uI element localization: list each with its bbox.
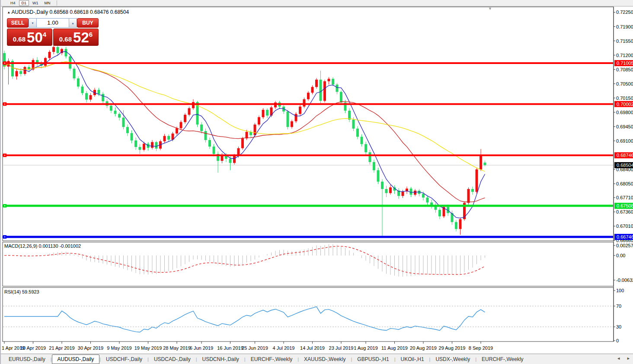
tab-usdchf-daily[interactable]: USDCHF-,Daily bbox=[101, 355, 147, 364]
svg-text:6 Jun 2019: 6 Jun 2019 bbox=[190, 345, 213, 351]
svg-text:9 May 2019: 9 May 2019 bbox=[107, 345, 131, 351]
tab-xauusd-weekly[interactable]: XAUUSD-,Weekly bbox=[299, 355, 351, 364]
sell-price-tile[interactable]: 0.68 50 4 bbox=[7, 29, 52, 46]
buy-price-prefix: 0.68 bbox=[59, 35, 72, 44]
buy-price-big: 52 bbox=[73, 31, 89, 44]
tab-scroll-left-icon[interactable]: ◄ bbox=[617, 356, 620, 361]
tab-eurchf-weekly[interactable]: EURCHF-,Weekly bbox=[246, 355, 297, 364]
svg-text:0.69800: 0.69800 bbox=[616, 110, 633, 115]
macd-signal-value: -0.001002 bbox=[60, 243, 81, 249]
trading-terminal-window: H4D1W1MN 0.722500.719000.715500.712000.7… bbox=[0, 0, 633, 364]
svg-text:0.68050: 0.68050 bbox=[616, 181, 633, 186]
chart-symbol-label: AUDUSD-,Daily bbox=[12, 9, 48, 15]
svg-text:0.71900: 0.71900 bbox=[616, 24, 633, 29]
svg-text:10 Apr 2019: 10 Apr 2019 bbox=[20, 345, 46, 351]
tab-usdx-weekly[interactable]: USDX-,Weekly bbox=[430, 355, 475, 364]
svg-text:25 Jun 2019: 25 Jun 2019 bbox=[242, 345, 268, 351]
svg-text:14 Jul 2019: 14 Jul 2019 bbox=[300, 345, 325, 351]
symbol-tab-bar: EURUSD-,Daily|AUDUSD-,Daily|USDCHF-,Dail… bbox=[1, 354, 633, 364]
one-click-trade-panel: SELL ▼ 1.00 ▲ BUY 0.68 50 4 0.68 52 6 bbox=[7, 18, 99, 46]
volume-decrease-button[interactable]: ▼ bbox=[29, 18, 37, 28]
svg-text:70: 70 bbox=[616, 303, 621, 309]
svg-text:21 Apr 2019: 21 Apr 2019 bbox=[49, 345, 74, 351]
svg-text:4 Jul 2019: 4 Jul 2019 bbox=[273, 345, 295, 351]
svg-text:11 Aug 2019: 11 Aug 2019 bbox=[381, 345, 408, 351]
macd-value: 0.001130 bbox=[38, 243, 58, 249]
tab-scroll-controls: ◄ ► bbox=[617, 356, 630, 361]
svg-text:20 Aug 2019: 20 Aug 2019 bbox=[410, 345, 437, 351]
chart-shift-marker-icon[interactable]: ▼ bbox=[488, 6, 492, 11]
svg-text:28 May 2019: 28 May 2019 bbox=[163, 345, 191, 351]
svg-text:0.67010: 0.67010 bbox=[616, 224, 633, 229]
svg-text:0.69450: 0.69450 bbox=[616, 124, 633, 129]
svg-text:0.67508: 0.67508 bbox=[617, 203, 633, 208]
sell-button[interactable]: SELL bbox=[7, 18, 29, 28]
tab-usdcnh-daily[interactable]: USDCNH-,Daily bbox=[197, 355, 244, 364]
chevron-up-icon: ▲ bbox=[71, 22, 74, 25]
svg-text:1 Aug 2019: 1 Aug 2019 bbox=[354, 345, 378, 351]
svg-text:19 May 2019: 19 May 2019 bbox=[134, 345, 162, 351]
svg-text:0.00: 0.00 bbox=[616, 253, 625, 258]
svg-text:0.71200: 0.71200 bbox=[616, 53, 633, 58]
tab-usdcad-daily[interactable]: USDCAD-,Daily bbox=[149, 355, 196, 364]
svg-text:0.72250: 0.72250 bbox=[616, 10, 633, 15]
sell-price-big: 50 bbox=[27, 31, 43, 44]
chart-title: ▴AUDUSD-,Daily 0.68568 0.68618 0.68476 0… bbox=[8, 9, 129, 15]
svg-text:0.70150: 0.70150 bbox=[616, 96, 633, 101]
svg-text:16 Jun 2019: 16 Jun 2019 bbox=[217, 345, 243, 351]
svg-text:30 Apr 2019: 30 Apr 2019 bbox=[78, 345, 103, 351]
chart-ohlc-values: 0.68568 0.68618 0.68476 0.68504 bbox=[50, 9, 129, 15]
svg-text:0.71005: 0.71005 bbox=[617, 61, 633, 66]
svg-text:0.70500: 0.70500 bbox=[616, 81, 633, 86]
svg-text:0.66746: 0.66746 bbox=[617, 234, 633, 239]
svg-text:8 Sep 2019: 8 Sep 2019 bbox=[469, 345, 493, 351]
rsi-layer: 10070300 bbox=[3, 288, 624, 343]
volume-input[interactable]: 1.00 bbox=[37, 18, 69, 28]
macd-indicator-label: MACD(12,26,9) 0.001130 -0.001002 bbox=[4, 243, 81, 249]
svg-text:0.70850: 0.70850 bbox=[616, 67, 633, 72]
chart-canvas[interactable]: 0.722500.719000.715500.712000.708500.705… bbox=[1, 0, 633, 364]
trade-prices-row: 0.68 50 4 0.68 52 6 bbox=[7, 29, 99, 46]
buy-price-pip: 6 bbox=[89, 31, 93, 38]
svg-text:23 Jul 2019: 23 Jul 2019 bbox=[329, 345, 354, 351]
sell-price-pip: 4 bbox=[43, 31, 46, 38]
sell-price-prefix: 0.68 bbox=[13, 35, 26, 44]
buy-button[interactable]: BUY bbox=[77, 18, 99, 28]
svg-text:-0.006326: -0.006326 bbox=[616, 278, 633, 283]
trade-controls-row: SELL ▼ 1.00 ▲ BUY bbox=[7, 18, 99, 28]
macd-layer: 0.0025740.00-0.006326 bbox=[4, 243, 633, 283]
rsi-value: 59.5923 bbox=[22, 289, 39, 294]
collapse-panel-icon[interactable]: ▴ bbox=[8, 10, 10, 14]
chevron-down-icon: ▼ bbox=[31, 22, 34, 25]
svg-text:0.002574: 0.002574 bbox=[616, 243, 633, 248]
tab-eurusd-daily[interactable]: EURUSD-,Daily bbox=[3, 355, 51, 364]
svg-text:100: 100 bbox=[616, 288, 624, 293]
tab-eurchf-weekly[interactable]: EURCHF-,Weekly bbox=[476, 355, 528, 364]
tab-gbpusd-h1[interactable]: GBPUSD-,H1 bbox=[352, 355, 394, 364]
svg-text:0.67360: 0.67360 bbox=[616, 209, 633, 214]
tab-scroll-right-icon[interactable]: ► bbox=[627, 356, 630, 361]
volume-increase-button[interactable]: ▲ bbox=[69, 18, 77, 28]
rsi-indicator-label: RSI(14) 59.5923 bbox=[4, 289, 39, 294]
svg-text:0.70002: 0.70002 bbox=[617, 102, 633, 107]
svg-text:0.68746: 0.68746 bbox=[617, 153, 633, 158]
buy-price-tile[interactable]: 0.68 52 6 bbox=[53, 29, 99, 46]
candles-layer bbox=[3, 45, 486, 236]
svg-text:0.69100: 0.69100 bbox=[616, 138, 633, 144]
svg-text:30: 30 bbox=[616, 324, 621, 329]
svg-text:29 Aug 2019: 29 Aug 2019 bbox=[439, 345, 466, 351]
tab-ukoil-h1[interactable]: UKOil-,H1 bbox=[396, 355, 429, 364]
svg-text:0: 0 bbox=[616, 338, 619, 343]
tab-audusd-daily[interactable]: AUDUSD-,Daily bbox=[52, 354, 100, 364]
svg-text:0.67710: 0.67710 bbox=[616, 195, 633, 200]
svg-text:0.68504: 0.68504 bbox=[617, 163, 633, 168]
svg-text:0.71550: 0.71550 bbox=[616, 38, 633, 44]
